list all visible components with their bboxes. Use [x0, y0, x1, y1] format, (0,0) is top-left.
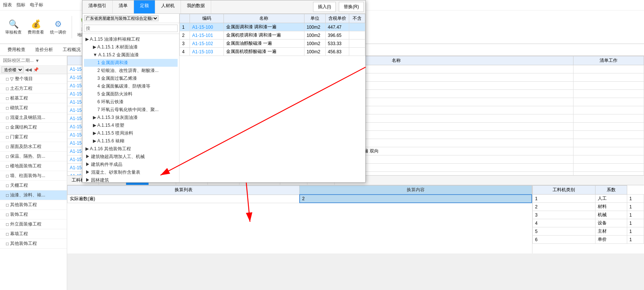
result-price-header: 含税单价	[325, 14, 349, 23]
tree-item-label: ▶ A.1.15.1 木材面油漆	[93, 44, 138, 50]
file-icon-9: □	[6, 173, 9, 179]
floor-filter-select[interactable]: 造价楼	[1, 66, 24, 73]
row-qty	[573, 65, 644, 73]
result-name-header: 名称	[223, 14, 304, 23]
tree-item[interactable]: 5 金属面防火涂料	[84, 90, 178, 98]
file-icon-8: □	[6, 164, 9, 169]
pin-icon[interactable]: 📌	[33, 67, 39, 72]
tree-item-label: 6 环氧云铁漆	[97, 99, 124, 105]
toolbar-unify-adjust[interactable]: ⚙ 统一调价	[48, 18, 69, 36]
toolbar-fee-check[interactable]: 💰 费用查看	[25, 18, 46, 36]
popup-insert-button[interactable]: 插入(I)	[313, 2, 336, 12]
sidebar-item-decoration[interactable]: □ 装饰工程	[0, 210, 67, 220]
tab-cost-analysis[interactable]: 造价分析	[31, 45, 57, 54]
tree-item[interactable]: ▶ A.1.15.4 喷塑	[84, 122, 178, 129]
sidebar-item-masonry[interactable]: □ 砌筑工程	[0, 103, 67, 113]
sidebar-roof-label: 屋面及防水工程	[10, 144, 41, 150]
popup-result-row[interactable]: 1A1-15-100金属面调和漆 调和漆一遍100m2447.47	[180, 23, 365, 31]
tree-item[interactable]: 6 环氧云铁漆	[84, 98, 178, 106]
sidebar-metal-label: 金属结构工程	[10, 124, 37, 130]
sidebar-item-earthwork[interactable]: □ 土石方工程	[0, 84, 67, 94]
menu-item-ebid[interactable]: 电子标	[30, 2, 43, 8]
tree-item-label: ▶ 建筑构件半成品	[85, 161, 122, 168]
popup-result-row[interactable]: 2A1-15-101金属机喷调和漆 调和漆一遍100m2396.65	[180, 31, 365, 40]
tree-item[interactable]: ▶ A.1.15.5 喷局涂料	[84, 129, 178, 137]
tree-item[interactable]: ▶ A.1.15.1 木材面油漆	[84, 43, 178, 51]
coeff-value: 1	[627, 236, 644, 244]
tree-item-label: ▶ 混凝土、砂浆制作含量表	[85, 169, 140, 176]
sidebar-item-metal[interactable]: □ 金属结构工程	[0, 123, 67, 132]
sidebar-item-insulation[interactable]: □ 保温、隔热、防...	[0, 152, 67, 161]
popup-replace-button[interactable]: 替换(R)	[339, 2, 364, 12]
toolbar-audit[interactable]: 🔍 审核检查	[3, 18, 24, 36]
tree-item[interactable]: 4 金属面氟碳漆、防锈漆等	[84, 82, 178, 90]
collapse-icon[interactable]: ◀◀	[25, 67, 32, 72]
file-icon-7: □	[6, 154, 9, 159]
sidebar-item-pile[interactable]: □ 桩基工程	[0, 94, 67, 103]
popup-result-row[interactable]: 4A1-15-103金属面机喷醇酸磁漆 一遍100m2456.83	[180, 48, 365, 56]
tree-item-label: ▶ A.1.15.5 喷局涂料	[93, 130, 133, 136]
tree-item[interactable]: ▶ 建筑物超高增加人工、机械	[84, 153, 178, 161]
sidebar-insulation-label: 保温、隔热、防...	[10, 153, 45, 160]
tree-item[interactable]: 7 环氧云母氧化铁中间漆、聚...	[84, 106, 178, 114]
coeff-row: 3机械1	[533, 211, 644, 219]
row-qty	[573, 164, 644, 172]
sidebar-item-concrete[interactable]: □ 混凝土及钢筋混...	[0, 113, 67, 123]
exchange-row: 实际遍数(遍)2	[68, 195, 532, 203]
exchange-col-content: 换算内容	[300, 186, 532, 195]
tree-item-label: ▼ A.1.15.2 金属面油漆	[93, 52, 139, 58]
popup-tab-my-data[interactable]: 我的数据	[181, 0, 211, 13]
tree-item[interactable]: ▶ A.1.15 油漆涂料裱糊工程	[84, 35, 178, 43]
result-cell-4: 396.65	[325, 31, 349, 40]
coeff-type: 人工	[595, 195, 627, 203]
popup-right-panel: 编码 名称 单位 含税单价 不含 1A1-15-100金属面调和漆 调和漆一遍1…	[179, 14, 365, 182]
sidebar-item-all[interactable]: □ ▽ 整个项目	[0, 74, 67, 84]
result-no-header	[180, 14, 190, 23]
file-icon-1: □	[6, 96, 9, 101]
result-cell-0: 4	[180, 48, 190, 56]
result-cell-3: 100m2	[304, 40, 325, 48]
tree-item[interactable]: ▶ 建筑构件半成品	[84, 161, 178, 168]
tab-project-overview[interactable]: 工程概况	[58, 45, 85, 54]
menu-item-report[interactable]: 报表	[3, 2, 12, 8]
coeff-type: 材料	[595, 203, 627, 211]
sidebar-item-wall-deco[interactable]: □ 墙、柱面装饰与...	[0, 171, 67, 181]
popup-tab-quota[interactable]: 定额	[134, 0, 155, 13]
menu-item-index[interactable]: 指标	[16, 2, 25, 8]
popup-tab-list[interactable]: 清单	[113, 0, 134, 13]
popup-panel: 清单指引 清单 定额 人材机 我的数据 插入(I) 替换(R) 广东省房屋建筑与…	[82, 0, 366, 183]
sidebar-item-paint[interactable]: □ 油漆、涂料、裱...	[0, 190, 67, 200]
breadcrumb-text: 国际校区二期...	[3, 57, 34, 64]
sidebar-item-other2[interactable]: □ 其他装饰工程	[0, 239, 67, 249]
tree-item[interactable]: 3 金属面过氯乙烯漆	[84, 75, 178, 82]
audit-label: 审核检查	[5, 30, 22, 35]
sidebar-item-other-deco[interactable]: □ 其他装饰工程	[0, 200, 67, 210]
exchange-col2: 2	[300, 195, 532, 203]
sidebar-item-ceiling[interactable]: □ 天棚工程	[0, 181, 67, 190]
popup-result-row[interactable]: 3A1-15-102金属面油醇酸磁漆 一遍100m2533.33	[180, 40, 365, 48]
coeff-type: 单价	[595, 236, 627, 244]
tree-item[interactable]: ▶ A.1.15.6 裱糊	[84, 137, 178, 145]
tree-item[interactable]: ▶ A.1.16 其他装饰工程	[84, 145, 178, 153]
file-icon-4: □	[6, 125, 9, 130]
unify-label: 统一调价	[50, 30, 66, 35]
tree-item[interactable]: ▶ 园林建筑	[84, 176, 178, 182]
sidebar-item-floor-deco[interactable]: □ 楼地面装饰工程	[0, 161, 67, 171]
sidebar-item-curtain[interactable]: □ 幕墙工程	[0, 229, 67, 239]
tree-item[interactable]: 2 铝银油、改性沥青、耐酸漆...	[84, 67, 178, 75]
tab-fee-check[interactable]: 费用检查	[3, 45, 30, 54]
tree-item[interactable]: ▼ A.1.15.2 金属面油漆	[84, 51, 178, 59]
popup-tab-guide[interactable]: 清单指引	[82, 0, 113, 13]
result-cell-2: 金属面机喷醇酸磁漆 一遍	[223, 48, 304, 56]
tree-item[interactable]: ▶ A.1.15.3 抹灰面油漆	[84, 114, 178, 122]
quota-db-select[interactable]: 广东省房屋建筑与装饰工程综合定额(2018)	[84, 15, 159, 21]
sidebar-item-roof[interactable]: □ 屋面及防水工程	[0, 142, 67, 152]
sidebar-item-door-window[interactable]: □ 门窗工程	[0, 132, 67, 142]
coeff-value: 1	[627, 203, 644, 211]
popup-tab-labor-material[interactable]: 人材机	[155, 0, 181, 13]
popup-search-input[interactable]	[84, 25, 178, 32]
tree-item[interactable]: 1 金属面调和漆	[84, 59, 178, 67]
tree-item[interactable]: ▶ 混凝土、砂浆制作含量表	[84, 168, 178, 176]
sidebar-item-exterior[interactable]: □ 外立面装修工程	[0, 220, 67, 229]
sidebar-earthwork-label: 土石方工程	[10, 85, 32, 92]
